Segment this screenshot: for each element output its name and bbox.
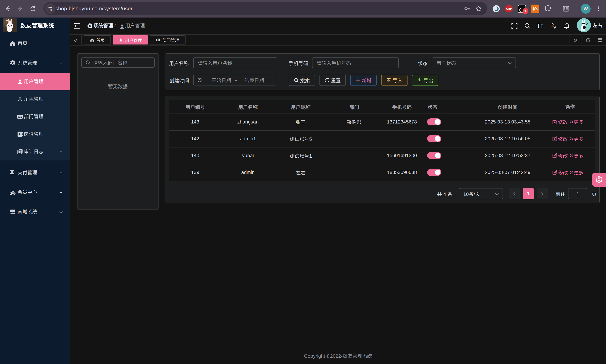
svg-text:A: A (554, 26, 556, 29)
svg-text:ABP: ABP (506, 7, 512, 11)
